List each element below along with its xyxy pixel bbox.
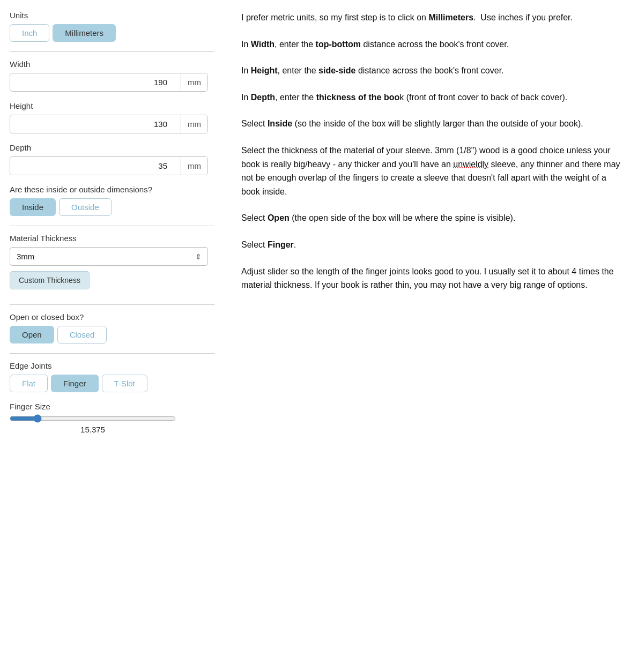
right-block-inside: Select Inside (so the inside of the box … (241, 117, 622, 131)
height-section: Height mm (10, 101, 214, 133)
edge-joints-label: Edge Joints (10, 361, 214, 370)
right-text-unwieldly: unwieldly (453, 160, 488, 169)
depth-section: Depth mm (10, 143, 214, 175)
width-unit: mm (181, 73, 207, 91)
width-input-row: mm (10, 73, 208, 92)
depth-input-row: mm (10, 156, 208, 175)
dimensions-section: Are these inside or outside dimensions? … (10, 185, 214, 216)
edge-joints-tslot-btn[interactable]: T-Slot (102, 375, 147, 392)
material-thickness-select[interactable]: 1mm 2mm 3mm 4mm 5mm 6mm (10, 247, 208, 266)
depth-unit: mm (181, 157, 207, 175)
material-thickness-select-wrapper: 1mm 2mm 3mm 4mm 5mm 6mm ⇕ (10, 247, 208, 266)
divider-3 (10, 304, 214, 305)
right-block-slider: Adjust slider so the length of the finge… (241, 265, 622, 292)
right-text-width: In Width, enter the top-bottom distance … (241, 38, 622, 51)
right-text-finger: Select Finger. (241, 238, 622, 252)
box-type-toggle-group: Open Closed (10, 326, 214, 344)
right-bold-inside: Inside (268, 119, 292, 128)
divider-1 (10, 51, 214, 52)
right-bold-height: Height (251, 66, 278, 75)
box-type-section: Open or closed box? Open Closed (10, 312, 214, 344)
height-input-row: mm (10, 115, 208, 133)
dimensions-inside-btn[interactable]: Inside (10, 198, 56, 216)
box-type-open-btn[interactable]: Open (10, 326, 54, 344)
width-section: Width mm (10, 59, 214, 92)
right-text-material: Select the thickness of the material of … (241, 144, 622, 198)
depth-label: Depth (10, 143, 214, 152)
edge-joints-section: Edge Joints Flat Finger T-Slot (10, 361, 214, 392)
right-bold-width: Width (251, 40, 275, 49)
box-type-closed-btn[interactable]: Closed (57, 326, 107, 344)
right-text-height: In Height, enter the side-side distance … (241, 64, 622, 78)
dimensions-outside-btn[interactable]: Outside (59, 198, 112, 216)
right-block-units: I prefer metric units, so my first step … (241, 11, 622, 25)
finger-size-slider-container: 15.375 (10, 414, 176, 434)
material-thickness-label: Material Thickness (10, 234, 214, 243)
right-block-material: Select the thickness of the material of … (241, 144, 622, 198)
height-unit: mm (181, 115, 207, 133)
right-text-inside: Select Inside (so the inside of the box … (241, 117, 622, 131)
dimensions-question: Are these inside or outside dimensions? (10, 185, 214, 194)
right-block-finger: Select Finger. (241, 238, 622, 252)
dimensions-toggle-group: Inside Outside (10, 198, 214, 216)
finger-size-value: 15.375 (10, 425, 176, 434)
units-millimeters-btn[interactable]: Millimeters (53, 24, 116, 42)
units-inch-btn[interactable]: Inch (10, 24, 49, 42)
edge-joints-toggle-group: Flat Finger T-Slot (10, 375, 214, 392)
right-bold-open: Open (268, 213, 290, 222)
right-bold-millimeters: Millimeters (428, 13, 473, 22)
right-block-depth: In Depth, enter the thickness of the boo… (241, 91, 622, 104)
box-type-question: Open or closed box? (10, 312, 214, 322)
right-bold-top-bottom: top-bottom (316, 40, 361, 49)
right-block-width: In Width, enter the top-bottom distance … (241, 38, 622, 51)
edge-joints-flat-btn[interactable]: Flat (10, 375, 48, 392)
right-block-height: In Height, enter the side-side distance … (241, 64, 622, 78)
right-bold-depth: Depth (251, 93, 275, 102)
finger-size-label: Finger Size (10, 402, 214, 411)
divider-4 (10, 353, 214, 354)
right-text-open: Select Open (the open side of the box wi… (241, 211, 622, 225)
edge-joints-finger-btn[interactable]: Finger (51, 375, 99, 392)
right-bold-side-side: side-side (318, 66, 355, 75)
right-bold-thickness: thickness of the boo (316, 93, 400, 102)
units-label: Units (10, 11, 214, 20)
right-panel: I prefer metric units, so my first step … (225, 5, 638, 449)
right-text-depth: In Depth, enter the thickness of the boo… (241, 91, 622, 104)
right-text-slider: Adjust slider so the length of the finge… (241, 265, 622, 292)
units-section: Units Inch Millimeters (10, 11, 214, 42)
finger-size-slider[interactable] (10, 414, 176, 423)
divider-2 (10, 226, 214, 226)
finger-size-section: Finger Size 15.375 (10, 402, 214, 434)
height-input[interactable] (10, 115, 181, 133)
units-toggle-group: Inch Millimeters (10, 24, 214, 42)
height-label: Height (10, 101, 214, 110)
width-label: Width (10, 59, 214, 69)
right-bold-finger: Finger (268, 240, 294, 249)
depth-input[interactable] (10, 157, 181, 175)
material-thickness-section: Material Thickness 1mm 2mm 3mm 4mm 5mm 6… (10, 234, 214, 295)
left-panel: Units Inch Millimeters Width mm Height m… (0, 5, 225, 449)
width-input[interactable] (10, 73, 181, 91)
custom-thickness-button[interactable]: Custom Thickness (10, 271, 90, 289)
right-block-open: Select Open (the open side of the box wi… (241, 211, 622, 225)
right-text-units: I prefer metric units, so my first step … (241, 11, 622, 25)
